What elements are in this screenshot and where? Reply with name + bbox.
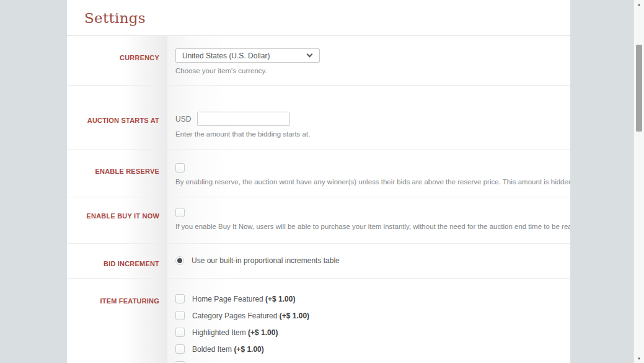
item-featuring-label: ITEM FEATURING <box>100 297 159 305</box>
form-row-item-featuring: ITEM FEATURING Home Page Featured (+$ 1.… <box>67 279 570 363</box>
bid-increment-radio[interactable] <box>175 256 184 265</box>
chevron-down-icon <box>307 52 313 58</box>
enable-reserve-checkbox[interactable] <box>175 163 185 173</box>
featuring-item-bolded: Bolded Item (+$ 1.00) <box>175 344 570 354</box>
featuring-home-page-price: (+$ 1.00) <box>265 295 295 303</box>
auction-starts-at-label: AUCTION STARTS AT <box>87 117 159 124</box>
form-row-auction-starts-at: AUCTION STARTS AT USD Enter the amount t… <box>67 86 570 150</box>
featuring-category-pages-price: (+$ 1.00) <box>280 311 309 320</box>
settings-header: Settings <box>67 0 570 36</box>
currency-code-label: USD <box>175 115 191 123</box>
enable-reserve-help-text: By enabling reserve, the auction wont ha… <box>175 178 570 186</box>
featuring-home-page-label: Home Page Featured <box>192 295 265 303</box>
scroll-down-button[interactable]: ▼ <box>634 354 644 363</box>
bid-increment-option-label: Use our built-in proportional increments… <box>192 256 340 265</box>
auction-starts-at-help-text: Enter the amount that the bidding starts… <box>175 130 570 138</box>
settings-panel: Settings CURRENCY United States (U.S. Do… <box>67 0 570 363</box>
currency-select-value: United States (U.S. Dollar) <box>182 52 307 60</box>
currency-select[interactable]: United States (U.S. Dollar) <box>175 48 320 63</box>
scroll-up-button[interactable]: ▲ <box>634 0 644 9</box>
form-row-enable-reserve: ENABLE RESERVE By enabling reserve, the … <box>67 150 570 197</box>
featuring-checkbox-home-page[interactable] <box>175 294 185 303</box>
featuring-category-pages-label: Category Pages Featured <box>192 311 280 320</box>
auction-start-amount-input[interactable] <box>197 112 290 126</box>
currency-label: CURRENCY <box>120 54 159 61</box>
form-row-bid-increment: BID INCREMENT Use our built-in proportio… <box>67 244 570 279</box>
form-row-currency: CURRENCY United States (U.S. Dollar) Cho… <box>67 36 570 86</box>
featuring-bolded-label: Bolded Item <box>192 345 234 354</box>
featuring-checkbox-category-pages[interactable] <box>175 311 185 320</box>
enable-buy-it-now-checkbox[interactable] <box>175 208 185 217</box>
radio-selected-dot <box>177 258 182 263</box>
featuring-highlighted-price: (+$ 1.00) <box>248 328 278 337</box>
featuring-checkbox-bolded[interactable] <box>175 344 185 354</box>
featuring-item-highlighted: Highlighted Item (+$ 1.00) <box>175 328 570 337</box>
bid-increment-label: BID INCREMENT <box>104 260 159 267</box>
enable-buy-it-now-label: ENABLE BUY IT NOW <box>87 212 159 220</box>
enable-buy-it-now-help-text: If you enable Buy It Now, users will be … <box>175 223 570 230</box>
featuring-checkbox-highlighted[interactable] <box>175 328 185 337</box>
currency-help-text: Choose your item's currency. <box>175 67 570 74</box>
featuring-bolded-price: (+$ 1.00) <box>234 345 263 354</box>
featuring-highlighted-label: Highlighted Item <box>192 328 248 337</box>
scrollbar[interactable]: ▲ ▼ <box>633 0 644 363</box>
enable-reserve-label: ENABLE RESERVE <box>95 168 159 175</box>
page-background: { "page": { "title": "Settings" }, "form… <box>0 0 644 363</box>
page-title: Settings <box>84 10 146 26</box>
featuring-item-category-pages: Category Pages Featured (+$ 1.00) <box>175 311 570 320</box>
featuring-item-home-page: Home Page Featured (+$ 1.00) <box>175 294 570 303</box>
scrollbar-thumb[interactable] <box>636 45 642 132</box>
form-row-enable-buy-it-now: ENABLE BUY IT NOW If you enable Buy It N… <box>67 197 570 244</box>
